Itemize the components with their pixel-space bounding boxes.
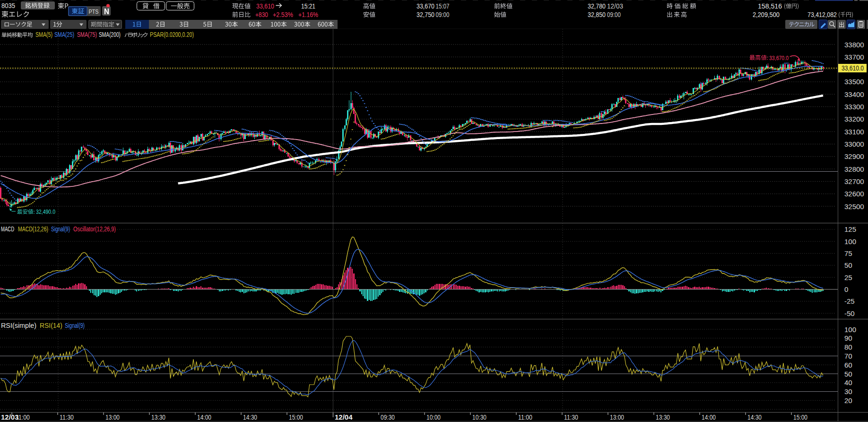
svg-text:+830: +830	[255, 11, 268, 18]
svg-text:PTS: PTS	[89, 8, 99, 15]
svg-text:RSI(simple): RSI(simple)	[1, 322, 36, 329]
svg-text:11:30: 11:30	[564, 413, 578, 421]
svg-text:33700: 33700	[844, 53, 864, 61]
svg-text:33800: 33800	[844, 41, 864, 49]
svg-text:32,780: 32,780	[588, 2, 606, 10]
svg-text:SMA(5): SMA(5)	[35, 31, 52, 38]
svg-text:32,490.0: 32,490.0	[36, 208, 55, 215]
svg-text:-50: -50	[844, 309, 855, 317]
svg-text:+2.53%: +2.53%	[273, 11, 293, 18]
svg-text:12/04: 12/04	[335, 413, 353, 421]
svg-text:32900: 32900	[844, 152, 864, 160]
svg-text:32500: 32500	[844, 202, 864, 211]
svg-text:90: 90	[844, 334, 852, 342]
svg-text:14:30: 14:30	[747, 413, 762, 421]
svg-text:MACD: MACD	[1, 225, 14, 233]
svg-text:100: 100	[844, 325, 856, 334]
svg-text:33500: 33500	[844, 78, 864, 86]
svg-text:SMA(200): SMA(200)	[99, 31, 121, 38]
svg-text:80: 80	[844, 343, 852, 351]
svg-text:25: 25	[844, 273, 852, 281]
svg-text:Signal(9): Signal(9)	[65, 322, 85, 329]
svg-text:73,412,082: 73,412,082	[807, 11, 837, 18]
svg-text:70: 70	[844, 352, 852, 360]
svg-text:33,670.0: 33,670.0	[769, 54, 789, 62]
svg-text:11:00: 11:00	[518, 413, 532, 421]
svg-text:40: 40	[844, 378, 852, 387]
svg-text:15:00: 15:00	[289, 413, 303, 421]
svg-text:20: 20	[844, 396, 852, 404]
svg-text:33,670: 33,670	[417, 2, 434, 10]
svg-text:32700: 32700	[844, 177, 864, 185]
svg-text:+1.16%: +1.16%	[298, 11, 318, 18]
svg-text:32800: 32800	[844, 165, 864, 173]
svg-text:32,850: 32,850	[588, 11, 606, 18]
svg-text:10:30: 10:30	[472, 413, 486, 421]
svg-text:-25: -25	[844, 297, 855, 305]
svg-text:33,610.0: 33,610.0	[842, 64, 864, 72]
svg-text:14:00: 14:00	[702, 413, 716, 421]
svg-text:14:30: 14:30	[243, 413, 257, 421]
svg-text:33,610: 33,610	[256, 2, 274, 10]
svg-text:13:00: 13:00	[105, 413, 120, 421]
svg-text:Signal(9): Signal(9)	[51, 225, 70, 233]
svg-text:75: 75	[844, 249, 852, 257]
svg-text:14:00: 14:00	[197, 413, 211, 421]
svg-text:33000: 33000	[844, 140, 864, 148]
svg-text:100: 100	[844, 237, 856, 246]
svg-text:15:00: 15:00	[793, 413, 807, 421]
svg-text:15:07: 15:07	[436, 2, 450, 10]
svg-text:12/03: 12/03	[607, 2, 623, 10]
svg-text:8035: 8035	[1, 1, 15, 9]
svg-text:13:30: 13:30	[656, 413, 670, 421]
svg-text:32,750: 32,750	[417, 11, 434, 18]
svg-text:50: 50	[844, 261, 852, 269]
svg-text:09:00: 09:00	[607, 11, 621, 18]
svg-text:50: 50	[844, 370, 852, 378]
svg-text:SMA(75): SMA(75)	[77, 31, 97, 38]
svg-text:33200: 33200	[844, 115, 864, 123]
svg-text:SMA(25): SMA(25)	[54, 31, 74, 38]
svg-text:158,516: 158,516	[758, 2, 782, 10]
svg-text:0: 0	[844, 285, 848, 293]
svg-text:11:30: 11:30	[60, 413, 74, 421]
svg-text:33300: 33300	[844, 103, 864, 111]
svg-text:Oscillator(12,26,9): Oscillator(12,26,9)	[73, 225, 116, 233]
svg-text:60: 60	[844, 361, 852, 369]
svg-text:10:00: 10:00	[426, 413, 441, 421]
svg-text:RSI(14): RSI(14)	[40, 322, 62, 329]
svg-text:13:00: 13:00	[610, 413, 624, 421]
svg-text:09:00: 09:00	[436, 11, 450, 18]
svg-text:33400: 33400	[844, 90, 864, 98]
svg-text:13:30: 13:30	[151, 413, 165, 421]
svg-text:32600: 32600	[844, 190, 864, 198]
svg-text:PSAR(0.0200,0.20): PSAR(0.0200,0.20)	[150, 31, 194, 38]
svg-text:15:21: 15:21	[301, 2, 315, 10]
svg-text:12/03: 12/03	[1, 413, 19, 421]
svg-text:MACD(12,26): MACD(12,26)	[18, 225, 48, 233]
svg-text:33100: 33100	[844, 128, 864, 136]
svg-text:09:30: 09:30	[381, 413, 395, 421]
svg-text:2,209,500: 2,209,500	[753, 11, 780, 18]
svg-text:125: 125	[844, 225, 856, 233]
svg-text:30: 30	[844, 387, 852, 396]
